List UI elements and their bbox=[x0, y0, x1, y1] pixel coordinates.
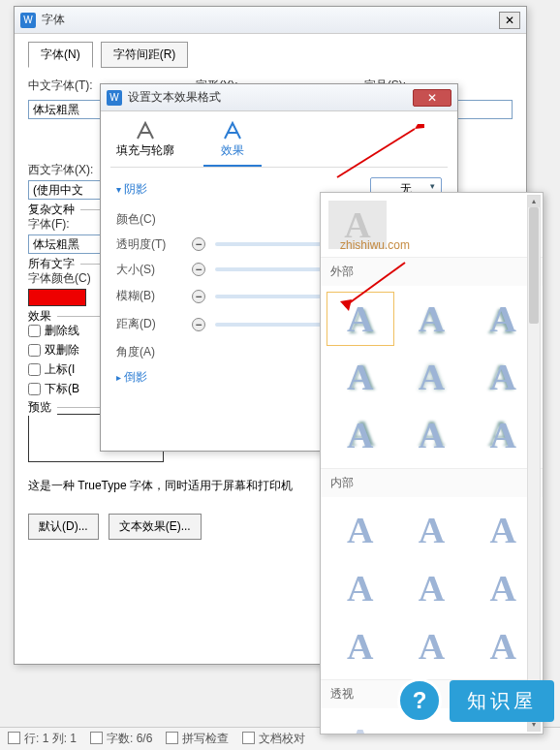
logo-icon: ? bbox=[397, 678, 442, 723]
label-angle: 角度(A) bbox=[116, 344, 184, 360]
scroll-thumb[interactable] bbox=[529, 207, 539, 324]
chk-super[interactable] bbox=[28, 363, 41, 376]
close-icon[interactable]: ✕ bbox=[413, 89, 451, 107]
section-shadow[interactable]: 阴影 bbox=[116, 181, 147, 198]
scroll-up-icon[interactable]: ▴ bbox=[528, 196, 540, 207]
status-proof[interactable]: 文档校对 bbox=[242, 731, 305, 747]
preset-section-outer: 外部 bbox=[321, 257, 543, 286]
preset-section-inner: 内部 bbox=[321, 468, 543, 497]
minus-button[interactable]: − bbox=[192, 237, 205, 251]
tab-effects[interactable]: 效果 bbox=[203, 119, 262, 167]
preset-inner-8[interactable]: A bbox=[398, 619, 466, 673]
default-button[interactable]: 默认(D)... bbox=[28, 514, 99, 540]
status-spellcheck[interactable]: 拼写检查 bbox=[166, 731, 229, 747]
font-dialog-title: 字体 bbox=[42, 12, 495, 28]
minus-button[interactable]: − bbox=[192, 318, 205, 331]
fx-dialog-titlebar: W 设置文本效果格式 ✕ bbox=[101, 84, 457, 111]
minus-button[interactable]: − bbox=[192, 290, 205, 303]
font-color-swatch[interactable] bbox=[28, 289, 86, 306]
fx-dialog-title: 设置文本效果格式 bbox=[128, 89, 413, 106]
status-wordcount[interactable]: 字数: 6/6 bbox=[90, 731, 152, 747]
tab-fill-outline[interactable]: 填充与轮廓 bbox=[116, 119, 174, 167]
chk-dblstrike[interactable] bbox=[28, 344, 41, 357]
label-blur: 模糊(B) bbox=[116, 288, 184, 304]
preset-inner-4[interactable]: A bbox=[327, 561, 394, 615]
complex-group-label: 复杂文种 bbox=[28, 202, 80, 218]
label-color: 颜色(C) bbox=[116, 211, 184, 228]
site-logo: ? 知识屋 bbox=[397, 678, 554, 723]
label-size: 大小(S) bbox=[116, 262, 184, 278]
preset-outer-7[interactable]: A bbox=[327, 408, 394, 462]
preset-outer-2[interactable]: A bbox=[398, 292, 466, 346]
allchar-group-label: 所有文字 bbox=[28, 256, 80, 272]
preset-inner-7[interactable]: A bbox=[327, 619, 394, 673]
preset-persp-1[interactable]: A bbox=[327, 714, 394, 734]
preset-inner-1[interactable]: A bbox=[327, 503, 394, 557]
preview-label: 预览 bbox=[28, 399, 57, 416]
text-effect-button[interactable]: 文本效果(E)... bbox=[109, 514, 202, 540]
preset-outer-8[interactable]: A bbox=[398, 408, 466, 462]
app-icon: W bbox=[107, 90, 122, 106]
tab-spacing[interactable]: 字符间距(R) bbox=[101, 42, 189, 68]
shadow-preset-popup: A 外部 A A A A A A A A A 内部 A A A A A A A … bbox=[320, 192, 544, 734]
preset-scrollbar[interactable]: ▴ ▾ bbox=[527, 195, 541, 732]
status-position: 行: 1 列: 1 bbox=[8, 731, 77, 747]
minus-button[interactable]: − bbox=[192, 263, 205, 276]
label-distance: 距离(D) bbox=[116, 316, 184, 332]
close-icon[interactable]: ✕ bbox=[499, 12, 520, 29]
west-font-input[interactable] bbox=[28, 180, 106, 200]
tab-font[interactable]: 字体(N) bbox=[28, 42, 93, 68]
label-transparency: 透明度(T) bbox=[116, 236, 184, 253]
font-dialog-titlebar: W 字体 ✕ bbox=[15, 7, 526, 34]
app-icon: W bbox=[20, 13, 36, 28]
preset-outer-5[interactable]: A bbox=[398, 350, 466, 404]
fx-group-label: 效果 bbox=[28, 308, 57, 325]
preset-inner-5[interactable]: A bbox=[398, 561, 466, 615]
preset-outer-4[interactable]: A bbox=[327, 350, 394, 404]
preset-outer-1[interactable]: A bbox=[327, 292, 394, 346]
preset-inner-2[interactable]: A bbox=[398, 503, 466, 557]
font-f-input[interactable] bbox=[28, 234, 106, 254]
chk-strike[interactable] bbox=[28, 325, 41, 337]
watermark: zhishiwu.com bbox=[340, 238, 410, 252]
chk-sub[interactable] bbox=[28, 383, 41, 395]
logo-text: 知识屋 bbox=[450, 680, 554, 722]
